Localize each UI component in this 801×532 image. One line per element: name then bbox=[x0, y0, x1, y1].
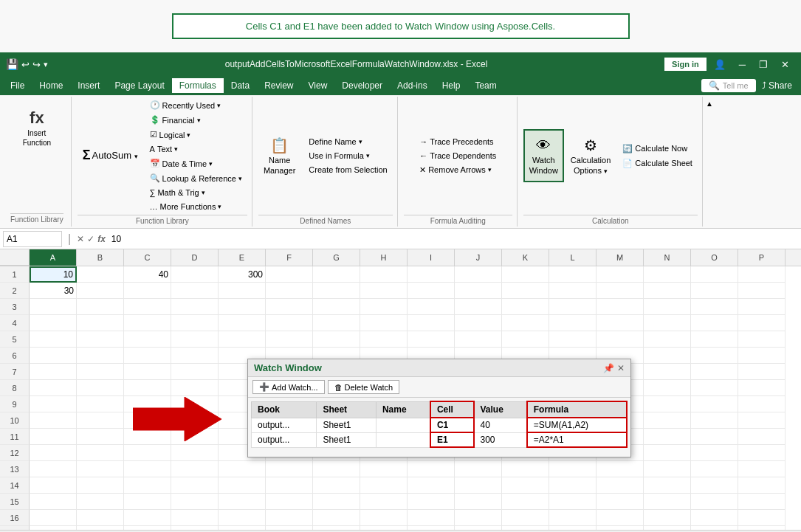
cell-K3[interactable] bbox=[502, 299, 549, 315]
cell-N6[interactable] bbox=[644, 348, 691, 364]
cell-C16[interactable] bbox=[124, 510, 171, 526]
cell-N3[interactable] bbox=[644, 299, 691, 315]
cell-I15[interactable] bbox=[408, 494, 455, 510]
logical-button[interactable]: ☑ Logical ▾ bbox=[145, 128, 247, 142]
cell-P15[interactable] bbox=[738, 494, 785, 510]
col-header-M[interactable]: M bbox=[597, 249, 644, 266]
use-in-formula-button[interactable]: Use in Formula ▾ bbox=[303, 149, 392, 162]
cell-L14[interactable] bbox=[549, 477, 597, 494]
undo-icon[interactable]: ↩ bbox=[21, 59, 30, 70]
cell-G1[interactable] bbox=[313, 266, 360, 283]
cell-H15[interactable] bbox=[360, 494, 408, 510]
cell-J13[interactable] bbox=[455, 461, 502, 477]
cell-L3[interactable] bbox=[549, 299, 597, 315]
delete-watch-button[interactable]: 🗑 Delete Watch bbox=[328, 380, 400, 394]
cell-M2[interactable] bbox=[597, 283, 644, 299]
cell-C12[interactable] bbox=[124, 445, 171, 461]
cell-C8[interactable] bbox=[124, 380, 171, 396]
col-header-O[interactable]: O bbox=[691, 249, 738, 266]
cell-N4[interactable] bbox=[644, 315, 691, 331]
cell-O3[interactable] bbox=[691, 299, 738, 315]
col-header-L[interactable]: L bbox=[549, 249, 597, 266]
lookup-reference-button[interactable]: 🔍 Lookup & Reference ▾ bbox=[145, 171, 247, 185]
cell-G15[interactable] bbox=[313, 494, 360, 510]
cell-M14[interactable] bbox=[597, 477, 644, 494]
cell-D15[interactable] bbox=[171, 494, 219, 510]
cell-O14[interactable] bbox=[691, 477, 738, 494]
cell-O11[interactable] bbox=[691, 429, 738, 445]
cell-F14[interactable] bbox=[266, 477, 313, 494]
cell-M3[interactable] bbox=[597, 299, 644, 315]
cell-N12[interactable] bbox=[644, 445, 691, 461]
cell-O13[interactable] bbox=[691, 461, 738, 477]
menu-add-ins[interactable]: Add-ins bbox=[390, 78, 435, 93]
cell-C1[interactable]: 40 bbox=[124, 266, 171, 283]
cell-H13[interactable] bbox=[360, 461, 408, 477]
cell-N2[interactable] bbox=[644, 283, 691, 299]
cell-K17[interactable] bbox=[502, 526, 549, 530]
col-header-F[interactable]: F bbox=[266, 249, 313, 266]
cell-I4[interactable] bbox=[408, 315, 455, 331]
cell-E5[interactable] bbox=[219, 331, 266, 348]
cell-D16[interactable] bbox=[171, 510, 219, 526]
cell-B12[interactable] bbox=[77, 445, 124, 461]
cell-N11[interactable] bbox=[644, 429, 691, 445]
cell-N13[interactable] bbox=[644, 461, 691, 477]
cell-B14[interactable] bbox=[77, 477, 124, 494]
cell-E16[interactable] bbox=[219, 510, 266, 526]
cell-C3[interactable] bbox=[124, 299, 171, 315]
cell-P6[interactable] bbox=[738, 348, 785, 364]
cell-G3[interactable] bbox=[313, 299, 360, 315]
cell-J15[interactable] bbox=[455, 494, 502, 510]
cell-B1[interactable] bbox=[77, 266, 124, 283]
restore-button[interactable]: ❐ bbox=[753, 58, 774, 72]
minimize-button[interactable]: ─ bbox=[733, 58, 752, 72]
more-functions-button[interactable]: … More Functions ▾ bbox=[145, 200, 247, 213]
cell-O7[interactable] bbox=[691, 364, 738, 380]
create-from-selection-button[interactable]: Create from Selection bbox=[303, 163, 392, 176]
menu-data[interactable]: Data bbox=[224, 78, 257, 93]
cell-C7[interactable] bbox=[124, 364, 171, 380]
col-header-J[interactable]: J bbox=[455, 249, 502, 266]
cell-G2[interactable] bbox=[313, 283, 360, 299]
cell-B10[interactable] bbox=[77, 412, 124, 429]
cell-I1[interactable] bbox=[408, 266, 455, 283]
cell-K4[interactable] bbox=[502, 315, 549, 331]
cell-A10[interactable] bbox=[30, 412, 77, 429]
cell-A9[interactable] bbox=[30, 396, 77, 412]
cell-O2[interactable] bbox=[691, 283, 738, 299]
cell-D1[interactable] bbox=[171, 266, 219, 283]
cell-B9[interactable] bbox=[77, 396, 124, 412]
cell-G4[interactable] bbox=[313, 315, 360, 331]
cell-C2[interactable] bbox=[124, 283, 171, 299]
col-header-D[interactable]: D bbox=[171, 249, 219, 266]
cell-F4[interactable] bbox=[266, 315, 313, 331]
math-trig-button[interactable]: ∑ Math & Trig ▾ bbox=[145, 186, 247, 199]
fx-formula-icon[interactable]: fx bbox=[97, 234, 106, 244]
name-box[interactable] bbox=[3, 231, 62, 247]
cell-A8[interactable] bbox=[30, 380, 77, 396]
cell-M1[interactable] bbox=[597, 266, 644, 283]
cell-N5[interactable] bbox=[644, 331, 691, 348]
remove-arrows-button[interactable]: ✕ Remove Arrows ▾ bbox=[414, 163, 501, 177]
cell-K15[interactable] bbox=[502, 494, 549, 510]
cell-O9[interactable] bbox=[691, 396, 738, 412]
menu-home[interactable]: Home bbox=[32, 78, 70, 93]
cell-L16[interactable] bbox=[549, 510, 597, 526]
cell-F2[interactable] bbox=[266, 283, 313, 299]
menu-view[interactable]: View bbox=[301, 78, 335, 93]
cell-E17[interactable] bbox=[219, 526, 266, 530]
cell-G14[interactable] bbox=[313, 477, 360, 494]
cell-A16[interactable] bbox=[30, 510, 77, 526]
cell-N7[interactable] bbox=[644, 364, 691, 380]
cell-P1[interactable] bbox=[738, 266, 785, 283]
cell-P10[interactable] bbox=[738, 412, 785, 429]
tell-me-input[interactable]: Tell me bbox=[723, 81, 749, 90]
cell-L15[interactable] bbox=[549, 494, 597, 510]
cell-P14[interactable] bbox=[738, 477, 785, 494]
cell-E2[interactable] bbox=[219, 283, 266, 299]
cell-C6[interactable] bbox=[124, 348, 171, 364]
cell-A4[interactable] bbox=[30, 315, 77, 331]
col-header-A[interactable]: A bbox=[30, 249, 77, 266]
cell-E15[interactable] bbox=[219, 494, 266, 510]
